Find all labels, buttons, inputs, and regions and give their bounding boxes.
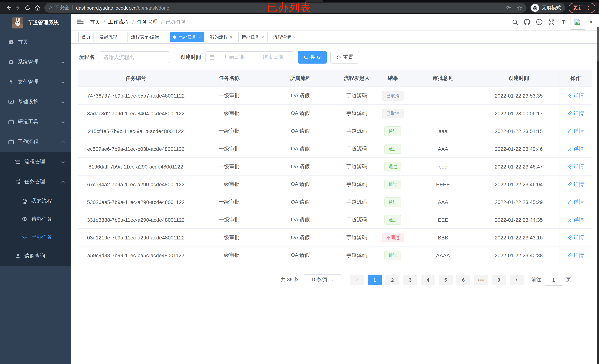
reload-icon[interactable] [23, 3, 33, 13]
next-page-button[interactable]: › [510, 275, 524, 285]
window-scrollbar[interactable] [597, 27, 599, 364]
avatar[interactable] [571, 15, 585, 29]
app-logo [12, 17, 23, 28]
home-icon[interactable] [33, 3, 42, 13]
close-icon[interactable]: × [261, 35, 264, 39]
content: 首页 / 工作流程 / 任务管理 / 已办任务 ? [71, 14, 599, 364]
table-row: ec507ae6-7b9a-11ec-b03b-acde48001122 一级审… [78, 140, 592, 158]
goto-page-input[interactable] [544, 274, 563, 286]
chevron-up-icon [61, 140, 65, 144]
page-button-1[interactable]: 1 [368, 275, 382, 285]
tag-start-process[interactable]: 发起流程 × [96, 32, 125, 42]
close-icon[interactable]: × [230, 35, 233, 39]
prev-page-button[interactable]: ‹ [350, 275, 364, 285]
incognito-badge: 无痕模式 [530, 3, 565, 13]
detail-link[interactable]: 详情 [567, 181, 584, 187]
sidebar-item-system[interactable]: 系统管理 [0, 52, 71, 72]
tag-done-tasks[interactable]: 已办任务 × [170, 32, 204, 42]
table-row: 3adac3d2-7b9d-11ec-8404-acde48001122 一级审… [78, 105, 592, 122]
close-icon[interactable]: × [198, 35, 201, 39]
search-icon[interactable] [512, 19, 519, 25]
sidebar-item-payment[interactable]: ¥ 支付管理 [0, 72, 71, 92]
active-dot [173, 35, 176, 39]
breadcrumb-home[interactable]: 首页 [90, 19, 100, 25]
breadcrumb-current: 已办任务 [166, 19, 186, 25]
help-icon[interactable]: ? [536, 18, 543, 26]
result-tag: 已取消 [382, 91, 404, 100]
detail-link[interactable]: 详情 [567, 145, 584, 152]
main-panel: 流程名 创建时间 开始日期 - 结束日期 搜索 [71, 44, 599, 364]
sidebar-item-home[interactable]: 首页 [0, 32, 71, 52]
broken-image-icon [574, 18, 582, 26]
sidebar-item-leave-query[interactable]: 请假查询 [0, 246, 71, 266]
browser-menu-icon[interactable]: ⋮ [586, 5, 591, 10]
detail-link[interactable]: 详情 [567, 216, 584, 223]
breadcrumb-task-mgmt[interactable]: 任务管理 [137, 19, 158, 25]
monitor-icon [8, 99, 14, 105]
forward-icon[interactable] [13, 3, 23, 13]
page-button-3[interactable]: 3 [403, 275, 417, 285]
github-icon[interactable] [524, 18, 531, 26]
edit-icon [567, 200, 572, 204]
edit-icon [567, 182, 572, 186]
page-button-4[interactable]: 4 [421, 275, 435, 285]
sidebar-item-todo-tasks[interactable]: 待办任务 [0, 210, 71, 228]
page-button-9[interactable]: 9 [492, 275, 506, 285]
hamburger-icon[interactable] [71, 19, 88, 25]
date-range-picker[interactable]: 开始日期 - 结束日期 [205, 51, 294, 63]
breadcrumb-workflow[interactable]: 工作流程 [108, 19, 129, 25]
process-name-input[interactable] [99, 51, 170, 63]
close-icon[interactable]: × [161, 35, 164, 39]
close-icon[interactable]: × [293, 35, 296, 39]
cell-task-id: 67c534a2-7b9a-11ec-a290-acde48001122 [78, 181, 193, 187]
sidebar-item-done-tasks[interactable]: 已办任务 [0, 228, 71, 246]
key-icon[interactable] [506, 4, 512, 11]
cell-task-id: 215cf4e5-7b9b-11ec-9a1b-acde48001122 [78, 128, 193, 134]
close-icon[interactable]: × [119, 35, 122, 39]
workflow-submenu: 流程管理 任务管理 [0, 152, 71, 266]
detail-link[interactable]: 详情 [567, 252, 584, 258]
more-pages-button[interactable]: ••• [474, 275, 488, 285]
font-size-icon[interactable]: TT [560, 19, 565, 25]
sidebar-item-task-mgmt[interactable]: 任务管理 [0, 172, 71, 192]
page-size-select[interactable]: 10条/页 ∨ [304, 274, 342, 285]
bookmark-star-icon[interactable]: ☆ [517, 4, 522, 11]
sidebar-item-process-mgmt[interactable]: 流程管理 [0, 152, 71, 172]
fullscreen-icon[interactable] [548, 19, 555, 25]
page-button-5[interactable]: 5 [439, 275, 453, 285]
detail-link[interactable]: 详情 [567, 199, 584, 205]
scrollbar-thumb[interactable] [597, 27, 599, 61]
detail-link[interactable]: 详情 [567, 163, 584, 170]
update-button[interactable]: 更新 ⋮ [569, 3, 595, 13]
chevron-down-icon [61, 80, 65, 84]
edit-icon [567, 164, 572, 169]
back-icon[interactable] [4, 3, 13, 13]
table-row: 331e3388-7b9a-11ec-a290-acde48001122 一级审… [78, 211, 592, 229]
detail-link[interactable]: 详情 [567, 128, 584, 134]
page-unit-label: 页 [566, 276, 571, 283]
reset-button[interactable]: 重置 [330, 51, 359, 63]
sidebar-item-my-process[interactable]: 我的流程 [0, 192, 71, 210]
tags-view: 首页 发起流程 × 流程表单-编辑 × 已办任务 × 我的流程 × [71, 31, 599, 44]
edit-icon [567, 129, 572, 133]
sidebar-item-workflow[interactable]: 工作流程 [0, 132, 71, 152]
page-button-6[interactable]: 6 [456, 275, 470, 285]
sidebar-item-devtools[interactable]: 研发工具 [0, 112, 71, 132]
navbar: 首页 / 工作流程 / 任务管理 / 已办任务 ? [71, 14, 599, 31]
page-button-2[interactable]: 2 [385, 275, 399, 285]
search-icon [304, 55, 308, 60]
detail-link[interactable]: 详情 [567, 92, 584, 99]
tag-todo-tasks[interactable]: 待办任务 × [238, 32, 268, 42]
page-jumper: 前往 页 [531, 274, 571, 286]
sidebar-item-infra[interactable]: 基础设施 [0, 92, 71, 112]
url-path: /bpm/task/done [136, 5, 169, 10]
tag-process-detail[interactable]: 流程详情 × [270, 32, 299, 42]
sidebar-logo-row[interactable]: 芋道管理系统 [0, 14, 71, 32]
detail-link[interactable]: 详情 [567, 110, 584, 116]
caret-down-icon[interactable]: ▼ [589, 20, 593, 24]
tag-form-edit[interactable]: 流程表单-编辑 × [128, 32, 167, 42]
search-button[interactable]: 搜索 [298, 51, 327, 63]
tag-my-process[interactable]: 我的流程 × [207, 32, 236, 42]
tag-home[interactable]: 首页 [78, 32, 94, 42]
detail-link[interactable]: 详情 [567, 234, 584, 241]
